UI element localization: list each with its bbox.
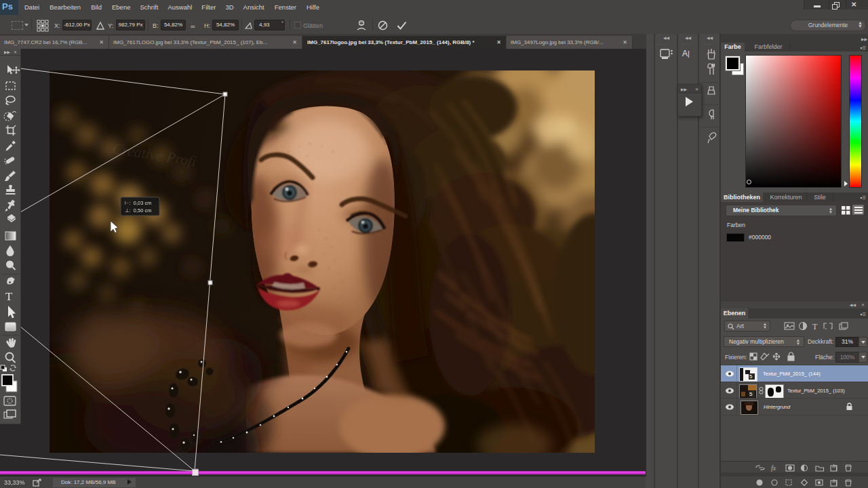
svg-text:fx: fx	[771, 464, 776, 472]
svg-text:T: T	[812, 322, 818, 331]
svg-text:⊥: 0,50 cm: ⊥: 0,50 cm	[125, 207, 151, 214]
svg-text:T: T	[5, 290, 13, 303]
svg-text:⊢: 0,03 cm: ⊢: 0,03 cm	[125, 200, 151, 206]
